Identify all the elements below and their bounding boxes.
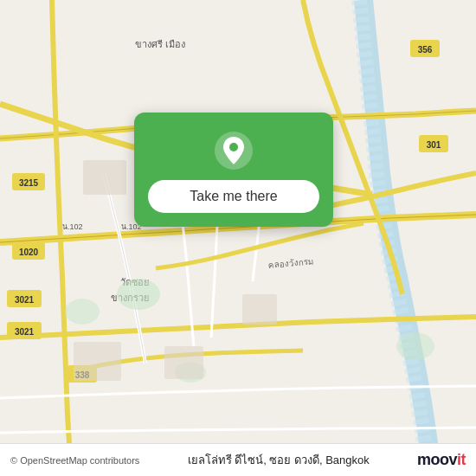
- map-container: 3215 1020 3021 3021 338 356 301 น.102 น.…: [0, 0, 476, 476]
- location-label: เยลโล่ทรี ดีไซน์, ซอย ดวงดี, Bangkok: [139, 451, 417, 469]
- svg-text:1020: 1020: [19, 248, 39, 257]
- svg-text:301: 301: [427, 140, 441, 150]
- svg-point-30: [229, 143, 238, 151]
- svg-point-20: [117, 279, 160, 310]
- svg-rect-24: [83, 160, 126, 195]
- svg-text:น.102: น.102: [62, 222, 83, 231]
- navigation-card: Take me there: [134, 113, 333, 227]
- svg-text:3215: 3215: [19, 178, 39, 188]
- svg-text:3021: 3021: [15, 327, 35, 337]
- location-pin-icon: [213, 130, 254, 171]
- svg-text:ขางศรี เมือง: ขางศรี เมือง: [135, 39, 185, 49]
- svg-rect-27: [164, 346, 203, 379]
- map-attribution: © OpenStreetMap contributors: [10, 455, 139, 466]
- svg-text:3021: 3021: [15, 295, 35, 305]
- moovit-logo: moovit: [417, 451, 466, 469]
- svg-point-23: [396, 332, 434, 360]
- map-roads: 3215 1020 3021 3021 338 356 301 น.102 น.…: [0, 0, 476, 476]
- bottom-bar: © OpenStreetMap contributors เยลโล่ทรี ด…: [0, 443, 476, 476]
- svg-text:คลองวังกรม: คลองวังกรม: [267, 256, 314, 270]
- svg-point-21: [65, 299, 100, 325]
- take-me-there-button[interactable]: Take me there: [148, 180, 319, 213]
- svg-rect-26: [74, 342, 121, 381]
- svg-rect-28: [242, 294, 277, 325]
- svg-text:356: 356: [418, 45, 433, 55]
